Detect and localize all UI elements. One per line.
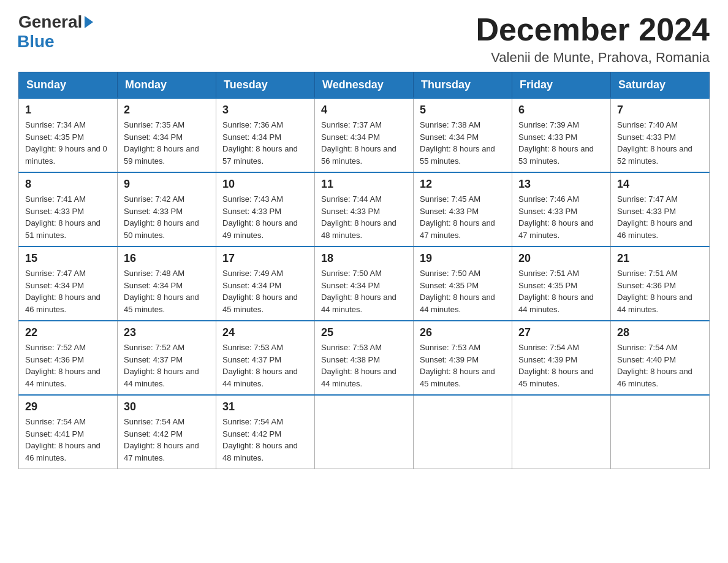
calendar-cell: 8 Sunrise: 7:41 AMSunset: 4:33 PMDayligh… (19, 172, 118, 247)
calendar-header-row: SundayMondayTuesdayWednesdayThursdayFrid… (19, 72, 710, 99)
day-info: Sunrise: 7:44 AMSunset: 4:33 PMDaylight:… (321, 193, 407, 241)
day-info: Sunrise: 7:50 AMSunset: 4:34 PMDaylight:… (321, 267, 407, 315)
day-info: Sunrise: 7:46 AMSunset: 4:33 PMDaylight:… (518, 193, 604, 241)
logo: General Blue (18, 12, 93, 52)
calendar-cell: 4 Sunrise: 7:37 AMSunset: 4:34 PMDayligh… (315, 98, 414, 172)
calendar-cell: 12 Sunrise: 7:45 AMSunset: 4:33 PMDaylig… (414, 172, 512, 247)
day-number: 24 (222, 326, 308, 339)
day-info: Sunrise: 7:53 AMSunset: 4:39 PMDaylight:… (420, 342, 506, 389)
day-info: Sunrise: 7:48 AMSunset: 4:34 PMDaylight:… (124, 267, 210, 315)
day-info: Sunrise: 7:51 AMSunset: 4:36 PMDaylight:… (617, 267, 703, 315)
day-number: 23 (124, 326, 210, 339)
day-number: 30 (124, 400, 210, 413)
day-number: 25 (321, 326, 407, 339)
day-number: 11 (321, 178, 407, 191)
day-number: 4 (321, 104, 407, 117)
day-number: 12 (420, 178, 506, 191)
calendar-cell: 11 Sunrise: 7:44 AMSunset: 4:33 PMDaylig… (315, 172, 414, 247)
calendar-cell: 25 Sunrise: 7:53 AMSunset: 4:38 PMDaylig… (315, 321, 414, 395)
calendar-cell: 26 Sunrise: 7:53 AMSunset: 4:39 PMDaylig… (414, 321, 512, 395)
logo-arrow-icon (85, 16, 93, 28)
day-number: 22 (25, 326, 111, 339)
calendar-cell: 7 Sunrise: 7:40 AMSunset: 4:33 PMDayligh… (611, 98, 710, 172)
day-info: Sunrise: 7:53 AMSunset: 4:38 PMDaylight:… (321, 342, 407, 389)
calendar-cell: 17 Sunrise: 7:49 AMSunset: 4:34 PMDaylig… (216, 247, 315, 321)
day-info: Sunrise: 7:36 AMSunset: 4:34 PMDaylight:… (222, 119, 308, 167)
day-number: 7 (617, 104, 703, 117)
calendar-title: December 2024 (476, 12, 710, 47)
calendar-cell: 22 Sunrise: 7:52 AMSunset: 4:36 PMDaylig… (19, 321, 118, 395)
day-header-thursday: Thursday (414, 72, 512, 99)
calendar-cell: 2 Sunrise: 7:35 AMSunset: 4:34 PMDayligh… (118, 98, 216, 172)
calendar-cell (414, 395, 512, 469)
day-number: 9 (124, 178, 210, 191)
day-header-monday: Monday (118, 72, 216, 99)
day-number: 26 (420, 326, 506, 339)
calendar-cell: 5 Sunrise: 7:38 AMSunset: 4:34 PMDayligh… (414, 98, 512, 172)
day-info: Sunrise: 7:47 AMSunset: 4:34 PMDaylight:… (25, 267, 111, 315)
day-number: 21 (617, 252, 703, 265)
day-number: 2 (124, 104, 210, 117)
day-info: Sunrise: 7:52 AMSunset: 4:36 PMDaylight:… (25, 342, 111, 389)
day-number: 6 (518, 104, 604, 117)
day-number: 18 (321, 252, 407, 265)
day-header-wednesday: Wednesday (315, 72, 414, 99)
calendar-cell: 27 Sunrise: 7:54 AMSunset: 4:39 PMDaylig… (512, 321, 611, 395)
day-info: Sunrise: 7:45 AMSunset: 4:33 PMDaylight:… (420, 193, 506, 241)
calendar-cell: 23 Sunrise: 7:52 AMSunset: 4:37 PMDaylig… (118, 321, 216, 395)
calendar-cell: 30 Sunrise: 7:54 AMSunset: 4:42 PMDaylig… (118, 395, 216, 469)
title-block: December 2024 Valenii de Munte, Prahova,… (476, 12, 710, 66)
day-info: Sunrise: 7:53 AMSunset: 4:37 PMDaylight:… (222, 342, 308, 389)
calendar-cell: 21 Sunrise: 7:51 AMSunset: 4:36 PMDaylig… (611, 247, 710, 321)
day-number: 13 (518, 178, 604, 191)
day-info: Sunrise: 7:41 AMSunset: 4:33 PMDaylight:… (25, 193, 111, 241)
logo-blue-text: Blue (17, 32, 55, 52)
calendar-cell: 24 Sunrise: 7:53 AMSunset: 4:37 PMDaylig… (216, 321, 315, 395)
day-info: Sunrise: 7:42 AMSunset: 4:33 PMDaylight:… (124, 193, 210, 241)
day-number: 31 (222, 400, 308, 413)
calendar-cell: 28 Sunrise: 7:54 AMSunset: 4:40 PMDaylig… (611, 321, 710, 395)
day-number: 27 (518, 326, 604, 339)
week-row-1: 1 Sunrise: 7:34 AMSunset: 4:35 PMDayligh… (19, 98, 710, 172)
calendar-cell: 29 Sunrise: 7:54 AMSunset: 4:41 PMDaylig… (19, 395, 118, 469)
day-info: Sunrise: 7:50 AMSunset: 4:35 PMDaylight:… (420, 267, 506, 315)
day-number: 1 (25, 104, 111, 117)
day-header-saturday: Saturday (611, 72, 710, 99)
calendar-cell: 19 Sunrise: 7:50 AMSunset: 4:35 PMDaylig… (414, 247, 512, 321)
calendar-cell: 16 Sunrise: 7:48 AMSunset: 4:34 PMDaylig… (118, 247, 216, 321)
week-row-4: 22 Sunrise: 7:52 AMSunset: 4:36 PMDaylig… (19, 321, 710, 395)
day-info: Sunrise: 7:51 AMSunset: 4:35 PMDaylight:… (518, 267, 604, 315)
calendar-cell: 14 Sunrise: 7:47 AMSunset: 4:33 PMDaylig… (611, 172, 710, 247)
day-number: 20 (518, 252, 604, 265)
day-info: Sunrise: 7:37 AMSunset: 4:34 PMDaylight:… (321, 119, 407, 167)
calendar-cell: 13 Sunrise: 7:46 AMSunset: 4:33 PMDaylig… (512, 172, 611, 247)
day-number: 17 (222, 252, 308, 265)
calendar-cell (611, 395, 710, 469)
day-header-friday: Friday (512, 72, 611, 99)
day-info: Sunrise: 7:43 AMSunset: 4:33 PMDaylight:… (222, 193, 308, 241)
day-info: Sunrise: 7:52 AMSunset: 4:37 PMDaylight:… (124, 342, 210, 389)
week-row-5: 29 Sunrise: 7:54 AMSunset: 4:41 PMDaylig… (19, 395, 710, 469)
calendar-cell (512, 395, 611, 469)
day-info: Sunrise: 7:54 AMSunset: 4:42 PMDaylight:… (124, 416, 210, 464)
calendar-cell: 9 Sunrise: 7:42 AMSunset: 4:33 PMDayligh… (118, 172, 216, 247)
day-number: 14 (617, 178, 703, 191)
day-info: Sunrise: 7:54 AMSunset: 4:40 PMDaylight:… (617, 342, 703, 389)
day-number: 10 (222, 178, 308, 191)
day-info: Sunrise: 7:47 AMSunset: 4:33 PMDaylight:… (617, 193, 703, 241)
day-header-sunday: Sunday (19, 72, 118, 99)
page-header: General Blue December 2024 Valenii de Mu… (18, 12, 710, 66)
day-info: Sunrise: 7:54 AMSunset: 4:42 PMDaylight:… (222, 416, 308, 464)
day-number: 29 (25, 400, 111, 413)
day-number: 16 (124, 252, 210, 265)
day-number: 15 (25, 252, 111, 265)
calendar-subtitle: Valenii de Munte, Prahova, Romania (476, 50, 710, 66)
logo-general-text: General (18, 12, 82, 32)
day-number: 19 (420, 252, 506, 265)
day-info: Sunrise: 7:35 AMSunset: 4:34 PMDaylight:… (124, 119, 210, 167)
day-info: Sunrise: 7:39 AMSunset: 4:33 PMDaylight:… (518, 119, 604, 167)
day-header-tuesday: Tuesday (216, 72, 315, 99)
calendar-cell: 6 Sunrise: 7:39 AMSunset: 4:33 PMDayligh… (512, 98, 611, 172)
day-info: Sunrise: 7:40 AMSunset: 4:33 PMDaylight:… (617, 119, 703, 167)
day-number: 28 (617, 326, 703, 339)
